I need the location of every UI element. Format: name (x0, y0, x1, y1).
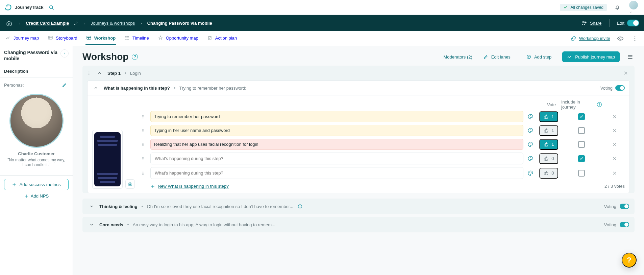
item-input[interactable] (154, 170, 520, 176)
breadcrumb-bar: › Credit Card Example › Journeys & works… (0, 15, 644, 31)
persona-card[interactable]: Charlie Customer "No matter what comes m… (4, 89, 69, 172)
svg-point-30 (142, 131, 143, 132)
voting-label: Voting (604, 204, 616, 209)
vote-button[interactable]: 1 (539, 111, 558, 122)
lane-voting[interactable]: Voting (604, 204, 629, 209)
overflow-button[interactable] (630, 34, 639, 43)
sidebar-collapse-button[interactable] (60, 49, 69, 58)
edit-personas-button[interactable] (60, 81, 69, 89)
drag-handle-icon[interactable] (141, 128, 148, 133)
help-icon[interactable]: ? (132, 54, 138, 60)
remove-row-button[interactable] (604, 140, 625, 148)
vote-cell: 0 (539, 168, 559, 179)
user-menu-button[interactable] (628, 0, 639, 15)
drag-handle-icon[interactable] (141, 114, 148, 119)
remove-row-button[interactable] (604, 169, 625, 177)
drag-handle-icon[interactable] (141, 156, 148, 161)
color-picker-button[interactable] (526, 140, 536, 149)
edit-toggle[interactable]: Edit (617, 20, 639, 26)
vote-button[interactable]: 0 (539, 153, 558, 164)
color-picker-button[interactable] (526, 154, 536, 163)
vote-button[interactable]: 0 (539, 168, 558, 179)
col-include-label: Include in journey ? (561, 99, 602, 110)
publish-button[interactable]: Publish journey map (562, 51, 620, 62)
color-picker-button[interactable] (526, 112, 536, 121)
include-checkbox[interactable] (578, 170, 585, 177)
crumb-project[interactable]: Credit Card Example (26, 21, 78, 26)
tabs: Journey map Storyboard Workshop Timeline… (5, 32, 238, 45)
home-button[interactable] (5, 19, 14, 27)
drag-handle-icon[interactable] (141, 171, 148, 176)
include-checkbox[interactable] (578, 127, 585, 134)
remove-row-button[interactable] (604, 127, 625, 135)
add-success-metrics-button[interactable]: Add success metrics (4, 179, 69, 190)
sidebar-personas: Personas: Charlie Customer "No matter wh… (0, 77, 73, 176)
item-input[interactable] (154, 156, 520, 161)
lane-preview: An easy way to login to his app; A way t… (133, 222, 275, 227)
save-status-text: All changes saved (571, 5, 603, 10)
screenshot-thumbnail[interactable] (92, 130, 123, 189)
tab-timeline[interactable]: Timeline (124, 32, 150, 45)
tab-workshop[interactable]: Workshop (85, 32, 116, 45)
add-step-button[interactable]: Add step (521, 51, 556, 62)
vote-button[interactable]: 1 (539, 139, 558, 150)
include-checkbox[interactable] (578, 141, 585, 148)
svg-point-42 (143, 145, 144, 146)
help-fab[interactable]: ? (622, 253, 637, 268)
lane-voting[interactable]: Voting (604, 222, 629, 227)
item-chip[interactable]: Typing in her user name and password (150, 125, 523, 136)
remove-row-button[interactable] (604, 155, 625, 163)
add-nps-link[interactable]: Add NPS (4, 193, 69, 199)
crumb-section[interactable]: Journeys & workshops (91, 21, 135, 26)
moderators-link[interactable]: Moderators (2) (444, 54, 472, 60)
svg-point-45 (531, 143, 532, 144)
vote-cell: 1 (539, 111, 559, 122)
tab-journey-map[interactable]: Journey map (5, 32, 40, 45)
collapse-lane-button[interactable] (92, 84, 100, 92)
svg-point-31 (143, 129, 144, 130)
svg-point-35 (530, 129, 531, 130)
item-chip[interactable]: Realizing that her app uses facial recog… (150, 139, 523, 150)
layout-button[interactable] (626, 52, 635, 61)
help-icon[interactable]: ? (597, 102, 602, 107)
remove-row-button[interactable] (604, 113, 625, 121)
item-chip[interactable]: Trying to remember her password (150, 111, 523, 122)
global-search-button[interactable] (47, 3, 56, 12)
drag-handle-icon[interactable] (87, 71, 92, 75)
thumbs-up-icon (543, 128, 549, 133)
voting-toggle[interactable]: Voting (600, 85, 625, 91)
edit-lanes-button[interactable]: Edit lanes (478, 51, 515, 62)
expand-lane-button[interactable] (88, 221, 95, 228)
home-icon (6, 20, 12, 26)
tab-opportunity-map[interactable]: Opportunity map (157, 32, 199, 45)
personas-label: Personas: (4, 83, 24, 88)
item-chip[interactable] (150, 153, 523, 164)
drag-handle-icon[interactable] (141, 142, 148, 147)
lane-title: Core needs (99, 222, 123, 227)
svg-point-60 (143, 174, 144, 175)
color-picker-button[interactable] (526, 169, 536, 178)
close-step-button[interactable] (622, 69, 630, 77)
vote-button[interactable]: 1 (539, 125, 558, 136)
chevron-up-icon (97, 71, 102, 75)
include-cell (561, 141, 602, 148)
tab-storyboard[interactable]: Storyboard (47, 32, 78, 45)
brand-logo[interactable]: JourneyTrack (5, 4, 44, 11)
expand-lane-button[interactable] (88, 203, 95, 210)
capture-button[interactable] (125, 179, 135, 189)
item-chip[interactable] (150, 167, 523, 179)
sidebar-description[interactable]: Description (0, 65, 73, 77)
notifications-button[interactable] (613, 3, 622, 12)
preview-button[interactable] (616, 34, 625, 43)
collapse-step-button[interactable] (96, 69, 103, 77)
workshop-invite-link[interactable]: Workshop invite (570, 36, 610, 42)
toggle-switch[interactable] (627, 20, 639, 26)
share-button[interactable]: Share (581, 20, 602, 26)
include-checkbox[interactable] (578, 155, 585, 162)
chevron-down-icon (89, 204, 94, 209)
breadcrumbs: › Credit Card Example › Journeys & works… (5, 19, 212, 27)
tab-action-plan[interactable]: Action plan (206, 32, 238, 45)
color-picker-button[interactable] (526, 126, 536, 135)
include-checkbox[interactable] (578, 113, 585, 120)
add-row-link[interactable]: New What is happening in this step? (150, 184, 229, 189)
